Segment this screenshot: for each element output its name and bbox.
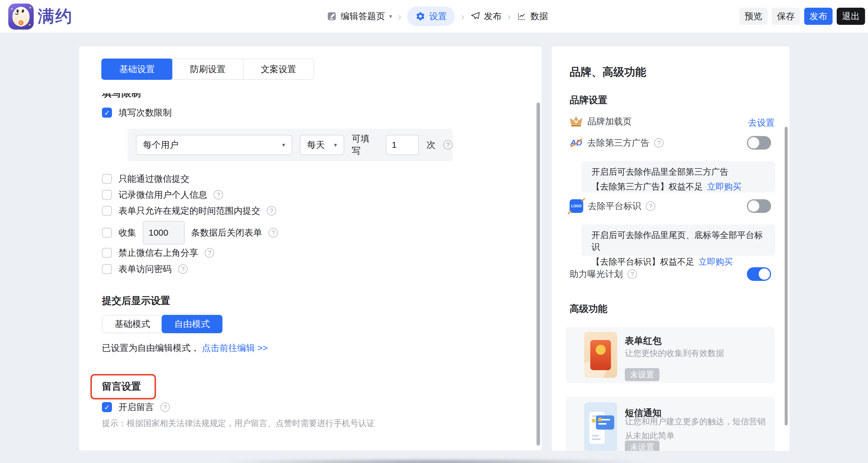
nav-data-label: 数据 <box>530 10 548 23</box>
remove-ads-toggle[interactable] <box>747 136 771 150</box>
fill-limit-checkbox[interactable]: ✓ <box>102 108 112 118</box>
fill-count-input[interactable] <box>386 135 419 155</box>
collect-count-input[interactable] <box>143 221 185 244</box>
sidebar-scrollbar[interactable] <box>785 127 788 426</box>
nav-separator-icon: › <box>461 11 464 22</box>
remove-platform-toggle[interactable] <box>747 199 771 213</box>
nav-separator-icon: › <box>507 11 511 22</box>
form-redpacket-card[interactable]: 表单红包 让您更快的收集到有效数据 未设置 <box>566 327 775 383</box>
buy-now-link[interactable]: 立即购买 <box>699 256 733 268</box>
fill-limit-detail-panel: 每个用户 ▾ 每天 ▾ 可填写 次 ? <box>128 128 453 161</box>
help-icon[interactable]: ? <box>267 206 276 215</box>
help-icon[interactable]: ? <box>443 140 453 150</box>
access-password-checkbox[interactable] <box>102 264 112 274</box>
sms-illustration <box>584 402 617 451</box>
record-wechat-info-checkbox[interactable] <box>102 190 112 200</box>
page: ✦ ✦ ✦ ✓ 满约 编辑答题页 ▾ › 设置 › <box>0 0 868 463</box>
redpacket-desc: 让您更快的收集到有效数据 <box>625 346 767 360</box>
message-law-hint: 提示：根据国家相关法律法规规定，用户留言、点赞时需要进行手机号认证 <box>102 418 375 429</box>
free-mode-note-text: 已设置为自由编辑模式， <box>102 342 199 354</box>
settings-tabs: 基础设置 防刷设置 文案设置 <box>101 59 314 80</box>
remove-ads-label: 去除第三方广告 <box>587 137 649 149</box>
go-edit-link[interactable]: 点击前往编辑 >> <box>202 342 268 354</box>
mode-basic-button[interactable]: 基础模式 <box>102 315 162 332</box>
crown-icon <box>569 115 583 128</box>
main-scrollbar[interactable] <box>536 103 540 445</box>
remove-platform-desc: 开启后可去除作品里尾页、底标等全部平台标识 <box>591 229 765 253</box>
help-icon[interactable]: ? <box>214 190 223 200</box>
edit-page-icon <box>327 11 337 22</box>
redpacket-status-badge: 未设置 <box>625 368 659 381</box>
select-caret-icon: ▾ <box>334 141 337 148</box>
sms-status-badge: 未设置 <box>625 440 659 451</box>
collect-prefix: 收集 <box>119 227 136 239</box>
no-ads-icon: AD <box>569 136 583 149</box>
collect-suffix: 条数据后关闭表单 <box>191 227 262 239</box>
nav-publish-label: 发布 <box>484 10 502 23</box>
forbid-share-checkbox[interactable] <box>102 248 112 258</box>
app-logo-icon: ✦ ✦ ✦ ✓ <box>8 4 34 30</box>
step-nav: 编辑答题页 ▾ › 设置 › 发布 › 数据 <box>327 0 548 32</box>
after-submit-mode-switch: 基础模式 自由模式 <box>102 315 222 333</box>
header-actions: 预览 保存 发布 退出 <box>739 8 865 25</box>
scrolled-heading-clipped: 填写限制 <box>102 93 191 98</box>
brand-loading-setup-link[interactable]: 去设置 <box>748 117 775 129</box>
enable-message-checkbox[interactable]: ✓ <box>102 402 112 412</box>
help-icon[interactable]: ? <box>627 269 637 279</box>
line-chart-icon <box>517 11 527 21</box>
nav-settings[interactable]: 设置 <box>407 6 455 26</box>
tab-copy-settings[interactable]: 文案设置 <box>243 59 313 79</box>
help-icon[interactable]: ? <box>160 402 170 412</box>
fill-limit-row: ✓ 填写次数限制 <box>102 107 172 119</box>
redpacket-title: 表单红包 <box>625 335 661 347</box>
preview-button[interactable]: 预览 <box>739 8 768 25</box>
wechat-only-row: 只能通过微信提交 <box>102 173 189 185</box>
gear-icon <box>415 11 426 21</box>
top-header: ✦ ✦ ✦ ✓ 满约 编辑答题页 ▾ › 设置 › <box>0 0 868 32</box>
time-range-checkbox[interactable] <box>102 206 112 216</box>
fill-count-prefix: 可填写 <box>352 133 378 157</box>
free-mode-note: 已设置为自由编辑模式， 点击前往编辑 >> <box>102 342 268 354</box>
nav-data[interactable]: 数据 <box>517 10 548 23</box>
tab-basic-settings[interactable]: 基础设置 <box>101 59 173 80</box>
no-logo-icon: LOGO <box>569 199 583 213</box>
remove-ads-infobox: 开启后可去除作品里全部第三方广告 【去除第三方广告】权益不足 立即购买 <box>582 161 775 193</box>
advanced-features-heading: 高级功能 <box>569 302 608 315</box>
exposure-plan-row: 助力曝光计划 ? <box>569 267 637 281</box>
mode-free-button[interactable]: 自由模式 <box>162 315 222 333</box>
settings-panel: 基础设置 防刷设置 文案设置 填写限制 ✓ 填写次数限制 每个用户 ▾ 每天 ▾… <box>79 47 541 450</box>
tab-antispam-settings[interactable]: 防刷设置 <box>172 59 243 79</box>
app-logo: ✦ ✦ ✦ ✓ 满约 <box>8 4 73 30</box>
exit-button[interactable]: 退出 <box>837 8 865 25</box>
collect-limit-checkbox[interactable] <box>102 228 112 238</box>
enable-message-row: ✓ 开启留言 ? <box>102 401 170 413</box>
nav-separator-icon: › <box>398 11 401 22</box>
chevron-down-icon[interactable]: ▾ <box>389 13 392 20</box>
wechat-only-checkbox[interactable] <box>102 174 112 184</box>
bottom-shadow <box>212 459 656 463</box>
logo-check-icon: ✓ <box>17 19 25 27</box>
help-icon[interactable]: ? <box>646 201 655 211</box>
help-icon[interactable]: ? <box>178 264 188 274</box>
exposure-plan-toggle[interactable] <box>747 267 771 281</box>
nav-publish[interactable]: 发布 <box>470 10 502 23</box>
sidebar-title: 品牌、高级功能 <box>569 65 646 80</box>
remove-platform-insufficient: 【去除平台标识】权益不足 <box>591 256 694 268</box>
brand-loading-label: 品牌加载页 <box>587 116 632 128</box>
buy-now-link[interactable]: 立即购买 <box>707 181 741 193</box>
scope-select[interactable]: 每个用户 ▾ <box>136 135 292 155</box>
help-icon[interactable]: ? <box>654 138 663 148</box>
period-select[interactable]: 每天 ▾ <box>300 135 344 155</box>
publish-button[interactable]: 发布 <box>804 8 833 25</box>
nav-settings-label: 设置 <box>429 10 447 23</box>
help-icon[interactable]: ? <box>205 248 214 258</box>
remove-platform-label: 去除平台标识 <box>588 200 641 212</box>
nav-edit-page[interactable]: 编辑答题页 ▾ <box>327 10 392 23</box>
forbid-share-row: 禁止微信右上角分享 ? <box>102 247 214 259</box>
after-submit-heading: 提交后显示设置 <box>102 294 170 308</box>
sms-notify-card[interactable]: 短信通知 让您和用户建立更多的触达，短信营销从未如此简单 未设置 <box>566 397 775 451</box>
save-button[interactable]: 保存 <box>772 8 800 25</box>
brand-advanced-panel: 品牌、高级功能 品牌设置 品牌加载页 去设置 AD 去除第三方广告 ? 开启后可… <box>552 47 789 451</box>
select-caret-icon: ▾ <box>282 141 285 148</box>
help-icon[interactable]: ? <box>269 228 278 237</box>
